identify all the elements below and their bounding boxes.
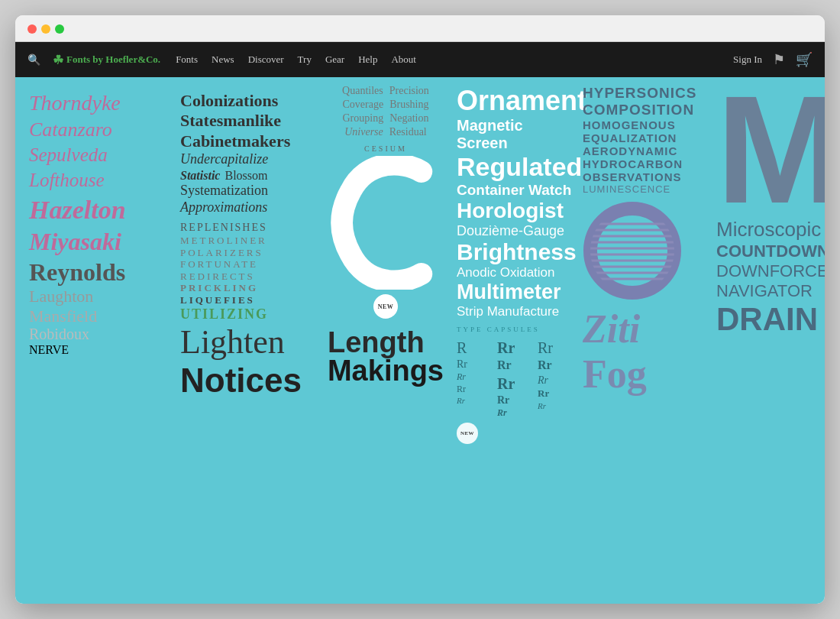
rr-r1: R: [457, 338, 496, 358]
word-systematization: Systematization: [180, 183, 313, 199]
length-makings: Length Makings: [328, 326, 444, 387]
rr-r5: Rr: [457, 395, 496, 406]
nav-links: Fonts News Discover Try Gear Help About: [176, 53, 733, 66]
col3-cesium: Quantiles Precision Coverage Brushing Gr…: [313, 77, 451, 604]
name-nerve: NERVE: [29, 343, 176, 357]
word-ziti: Ziti: [583, 306, 710, 352]
word-brushing: Brushing: [389, 99, 428, 111]
browser-content: 🔍 ☘ Fonts by Hoefler&Co. Fonts News Disc…: [15, 42, 825, 604]
nav-gear[interactable]: Gear: [325, 53, 344, 66]
col3-top-words: Quantiles Precision: [342, 85, 429, 97]
browser-dots: [27, 24, 813, 34]
rr-b5: Rr: [497, 407, 536, 420]
word-horologist: Horologist: [457, 199, 577, 223]
name-thorndyke: Thorndyke: [29, 91, 176, 115]
nav-help[interactable]: Help: [358, 53, 377, 66]
word-strip: Strip Manufacture: [457, 304, 577, 319]
word-navigator: Navigator: [716, 281, 825, 301]
nav-try[interactable]: Try: [298, 53, 312, 66]
word-prickling: PRICKLING: [180, 282, 313, 294]
word-approximations: Approximations: [180, 199, 313, 216]
dot-yellow[interactable]: [41, 24, 50, 34]
word-luminescence: LUMINESCENCE: [583, 183, 710, 195]
name-miyasaki: Miyasaki: [29, 228, 176, 256]
word-downforce: Downforce: [716, 261, 825, 281]
word-hypersonics: HYPERSONICS: [583, 85, 710, 102]
rr-c1: Rr: [538, 338, 577, 358]
nav-right: Sign In ⚑ 🛒: [733, 51, 813, 68]
signin-link[interactable]: Sign In: [733, 53, 762, 66]
rr-c2: Rr: [538, 358, 577, 374]
word-aerodynamic: AERODYNAMIC: [583, 144, 710, 157]
nav-fonts[interactable]: Fonts: [176, 53, 198, 66]
word-countdown: Countdown: [716, 241, 825, 261]
name-mansfield: Mansfield: [29, 306, 176, 326]
word-anodic: Anodic Oxidation: [457, 265, 577, 280]
word-metroliner: METROLINER: [180, 235, 313, 247]
type-capsules-label: TYPE CAPSULES: [457, 326, 577, 333]
rr-grid: R Rr Rr Rr Rr Rr Rr Rr Rr Rr Rr: [457, 338, 577, 420]
word-quantiles: Quantiles: [342, 85, 383, 97]
word-multimeter: Multimeter: [457, 280, 577, 304]
name-lofthouse: Lofthouse: [29, 170, 176, 192]
nav-discover[interactable]: Discover: [248, 53, 284, 66]
rr-b2: Rr: [497, 358, 536, 374]
col6-m: M Microscopic Countdown Downforce Naviga…: [710, 77, 825, 604]
browser-window: 🔍 ☘ Fonts by Hoefler&Co. Fonts News Disc…: [15, 15, 825, 604]
nav-news[interactable]: News: [212, 53, 234, 66]
dot-green[interactable]: [55, 24, 64, 34]
rr-r3: Rr: [457, 371, 496, 384]
cart-icon[interactable]: 🛒: [796, 51, 813, 68]
name-catanzaro: Catanzaro: [29, 118, 176, 141]
rr-r2: Rr: [457, 358, 496, 371]
rr-col1: R Rr Rr Rr Rr: [457, 338, 496, 420]
word-blossom: Blossom: [225, 168, 267, 183]
dot-red[interactable]: [27, 24, 37, 34]
o-circle-svg: [583, 201, 682, 300]
rr-col2: Rr Rr Rr Rr Rr: [497, 338, 536, 420]
rr-b3: Rr: [497, 374, 536, 394]
name-reynolds: Reynolds: [29, 258, 176, 287]
rr-b4: Rr: [497, 394, 536, 407]
word-fog: Fog: [583, 352, 710, 397]
word-homogenous: HOMOGENOUS: [583, 118, 710, 131]
word-undercapitalize: Undercapitalize: [180, 151, 313, 168]
col3-top-words2: Coverage Brushing: [343, 99, 429, 111]
bookmark-icon[interactable]: ⚑: [773, 51, 785, 68]
word-brightness: Brightness: [457, 239, 577, 265]
cesium-c-container: [331, 156, 441, 290]
word-composition: COMPOSITION: [583, 102, 710, 118]
word-container-watch: Container Watch: [457, 182, 577, 199]
word-residual: Residual: [389, 126, 427, 138]
word-ornament: Ornament: [457, 85, 577, 117]
word-regulated: Regulated: [457, 152, 577, 182]
col3-top-words4: Universe Residual: [344, 126, 427, 138]
main-content: Thorndyke Catanzaro Sepulveda Lofthouse …: [15, 77, 825, 604]
rr-c3: Rr: [538, 374, 577, 387]
nav-logo[interactable]: ☘ Fonts by Hoefler&Co.: [53, 53, 160, 67]
word-precision: Precision: [389, 85, 429, 97]
col3-top-words3: Grouping Negation: [343, 112, 429, 125]
name-robidoux: Robidoux: [29, 326, 176, 343]
search-icon[interactable]: 🔍: [27, 53, 40, 66]
word-universe: Universe: [344, 126, 383, 138]
rr-col3: Rr Rr Rr Rr Rr: [538, 338, 577, 420]
cesium-label: CESIUM: [364, 144, 407, 153]
word-polarizers: POLARIZERS: [180, 247, 313, 259]
name-sepulveda: Sepulveda: [29, 144, 176, 167]
new-badge2: NEW: [457, 423, 478, 444]
name-laughton: Laughton: [29, 287, 176, 306]
name-hazelton: Hazelton: [29, 195, 176, 225]
word-colonizations: Colonizations: [180, 91, 313, 111]
word-redirects: REDIRECTS: [180, 271, 313, 283]
word-replenishes: REPLENISHES: [180, 222, 313, 235]
nav-about[interactable]: About: [391, 53, 416, 66]
col2-fonts: Colonizations Statesmanlike Cabinetmaker…: [176, 77, 313, 604]
navbar: 🔍 ☘ Fonts by Hoefler&Co. Fonts News Disc…: [15, 42, 825, 77]
makings-text: Makings: [328, 355, 444, 387]
word-douzieme: Douzième-Gauge: [457, 223, 577, 239]
word-microscopic: Microscopic: [716, 218, 825, 241]
word-utilizing: UTILIZING: [180, 306, 313, 323]
word-statistic: Statistic: [180, 168, 220, 183]
word-lighten: Lighten: [180, 322, 313, 361]
